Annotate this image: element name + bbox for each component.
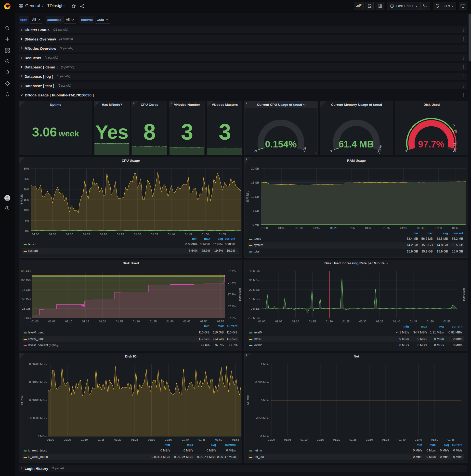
svg-text:i: i: [246, 354, 247, 357]
svg-text:01:10: 01:10: [301, 438, 308, 441]
svg-text:01:35: 01:35: [383, 226, 390, 229]
svg-text:01:20: 01:20: [114, 438, 121, 441]
svg-text:-1 Mb/s: -1 Mb/s: [260, 435, 269, 438]
svg-text:i: i: [208, 102, 209, 105]
svg-text:01:40: 01:40: [398, 438, 405, 441]
svg-text:i: i: [20, 102, 21, 105]
svg-text:97.7%: 97.7%: [228, 269, 236, 272]
svg-text:01:30: 01:30: [365, 226, 372, 229]
svg-text:30 MB/s: 30 MB/s: [249, 279, 260, 282]
svg-text:i: i: [321, 102, 322, 105]
svg-text:01:55: 01:55: [217, 320, 224, 323]
svg-text:01:25: 01:25: [117, 233, 124, 236]
svg-text:01:35: 01:35: [382, 438, 389, 441]
svg-text:0.00200 MB/s: 0.00200 MB/s: [29, 363, 47, 366]
svg-text:i: i: [246, 102, 247, 105]
svg-text:01:15: 01:15: [83, 233, 90, 236]
svg-text:01:40: 01:40: [182, 438, 189, 441]
svg-text:01:20: 01:20: [333, 438, 340, 441]
svg-text:IO Rate: IO Rate: [246, 395, 249, 405]
svg-text:01:40: 01:40: [167, 320, 174, 323]
svg-text:0: 0: [404, 149, 408, 153]
svg-text:01:50: 01:50: [431, 438, 438, 441]
svg-text:01:25: 01:25: [342, 320, 350, 323]
svg-text:10 GB: 10 GB: [251, 195, 259, 198]
svg-text:01:20: 01:20: [100, 233, 107, 236]
svg-text:01:35: 01:35: [165, 438, 172, 441]
svg-text:97.7%: 97.7%: [228, 305, 236, 308]
svg-text:01:25: 01:25: [348, 226, 355, 229]
svg-text:01:10: 01:10: [296, 226, 303, 229]
svg-text:01:15: 01:15: [309, 320, 316, 323]
svg-text:01:45: 01:45: [183, 320, 190, 323]
svg-text:01:50: 01:50: [215, 438, 222, 441]
svg-text:i: i: [20, 354, 21, 357]
svg-text:20 GB: 20 GB: [251, 167, 259, 170]
svg-text:20 MB/s: 20 MB/s: [249, 288, 260, 291]
svg-text:i: i: [96, 102, 96, 105]
svg-text:i: i: [246, 158, 247, 161]
svg-text:Disk Used: Disk Used: [463, 288, 466, 301]
svg-text:61.4 MB: 61.4 MB: [338, 139, 374, 149]
svg-text:15 GB: 15 GB: [251, 181, 259, 184]
svg-text:01:20: 01:20: [326, 320, 333, 323]
svg-text:97.7%: 97.7%: [228, 293, 236, 296]
svg-text:01:05: 01:05: [275, 320, 282, 323]
svg-text:Disk Used: Disk Used: [239, 288, 242, 301]
svg-text:5 GB: 5 GB: [253, 209, 259, 212]
svg-text:01:00: 01:00: [47, 438, 54, 441]
svg-text:01:55: 01:55: [443, 320, 451, 323]
svg-text:01:00: 01:00: [31, 320, 38, 323]
svg-text:i: i: [20, 158, 21, 161]
svg-text:01:50: 01:50: [202, 233, 209, 236]
svg-text:25 GiB: 25 GiB: [22, 307, 31, 310]
svg-text:01:00: 01:00: [32, 233, 39, 236]
svg-text:01:45: 01:45: [199, 438, 206, 441]
svg-text:50 GiB: 50 GiB: [22, 298, 31, 301]
svg-text:25%: 25%: [24, 177, 29, 180]
svg-text:01:45: 01:45: [410, 320, 417, 323]
svg-text:100 GiB: 100 GiB: [20, 279, 31, 282]
svg-text:75 GiB: 75 GiB: [22, 288, 31, 291]
svg-text:使用占比: 使用占比: [246, 191, 249, 203]
svg-text:0.154%: 0.154%: [265, 139, 297, 149]
svg-text:01:10: 01:10: [66, 233, 73, 236]
svg-text:i: i: [171, 102, 171, 105]
svg-text:40 MB/s: 40 MB/s: [249, 269, 260, 272]
svg-text:01:35: 01:35: [151, 233, 158, 236]
svg-text:01:55: 01:55: [452, 226, 459, 229]
svg-text:10%: 10%: [24, 208, 29, 211]
svg-text:01:35: 01:35: [150, 320, 157, 323]
svg-text:01:05: 01:05: [64, 438, 71, 441]
svg-text:01:55: 01:55: [447, 438, 454, 441]
svg-text:?: ?: [7, 207, 8, 210]
svg-text:01:55: 01:55: [232, 438, 239, 441]
svg-text:0%: 0%: [25, 229, 29, 232]
svg-text:0 Mb/s: 0 Mb/s: [261, 399, 269, 402]
svg-text:0.500 Mb/s: 0.500 Mb/s: [255, 381, 269, 384]
svg-text:01:45: 01:45: [185, 233, 192, 236]
svg-text:01:50: 01:50: [427, 320, 434, 323]
svg-text:0: 0: [254, 149, 258, 153]
svg-text:01:00: 01:00: [268, 438, 275, 441]
svg-text:1 Mb/s: 1 Mb/s: [261, 363, 269, 366]
svg-text:01:45: 01:45: [415, 438, 422, 441]
svg-text:i: i: [133, 102, 134, 105]
svg-text:01:05: 01:05: [278, 226, 285, 229]
svg-text:97.7%: 97.7%: [228, 281, 236, 284]
svg-text:01:20: 01:20: [99, 320, 106, 323]
svg-text:01:10: 01:10: [65, 320, 72, 323]
svg-text:01:55: 01:55: [219, 233, 226, 236]
svg-text:20%: 20%: [24, 188, 29, 191]
svg-text:01:25: 01:25: [350, 438, 357, 441]
svg-text:使用占比: 使用占比: [20, 194, 23, 206]
svg-text:97.6%: 97.6%: [228, 317, 236, 320]
svg-text:0.00100 MB/s: 0.00100 MB/s: [29, 399, 47, 402]
svg-text:-10 MB/s: -10 MB/s: [248, 317, 260, 320]
svg-text:0.000500 MB/s: 0.000500 MB/s: [28, 417, 47, 420]
svg-text:97.7%: 97.7%: [418, 139, 444, 149]
svg-text:01:25: 01:25: [131, 438, 138, 441]
svg-text:30%: 30%: [24, 167, 29, 170]
svg-text:01:25: 01:25: [116, 320, 123, 323]
svg-text:01:30: 01:30: [134, 233, 141, 236]
